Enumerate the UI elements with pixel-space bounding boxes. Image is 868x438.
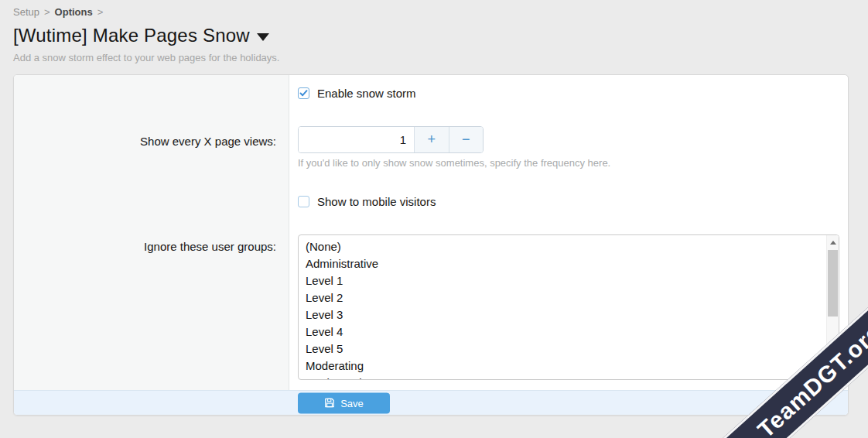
user-group-option[interactable]: Moderating — [299, 358, 826, 375]
caret-down-icon[interactable] — [257, 33, 269, 41]
minus-icon: − — [462, 132, 470, 148]
user-group-option[interactable]: Level 1 — [299, 272, 826, 289]
save-button-label: Save — [340, 397, 364, 409]
floppy-disk-icon — [324, 398, 335, 409]
frequency-input-group: + − — [298, 126, 484, 153]
enable-snow-checkbox[interactable] — [298, 87, 309, 99]
mobile-visitors-row[interactable]: Show to mobile visitors — [298, 195, 436, 208]
plus-icon: + — [427, 132, 436, 148]
decrement-button[interactable]: − — [449, 127, 484, 152]
user-group-option[interactable]: Level 5 — [299, 340, 826, 358]
increment-button[interactable]: + — [414, 127, 449, 152]
user-groups-list: (None)AdministrativeLevel 1Level 2Level … — [299, 235, 826, 379]
breadcrumb-separator: > — [97, 6, 104, 18]
page-title: [Wutime] Make Pages Snow — [13, 25, 250, 46]
user-group-option[interactable]: Level 2 — [299, 289, 826, 306]
mobile-visitors-label: Show to mobile visitors — [317, 195, 436, 208]
label-column — [14, 75, 289, 391]
frequency-label: Show every X page views: — [14, 134, 289, 149]
breadcrumb-item-options[interactable]: Options — [55, 6, 93, 18]
user-group-option[interactable]: Registered — [299, 375, 826, 379]
scroll-up-arrow-icon[interactable] — [827, 236, 839, 248]
page-description: Add a snow storm effect to your web page… — [13, 52, 279, 63]
save-footer: Save — [14, 390, 848, 415]
save-button[interactable]: Save — [298, 392, 390, 413]
breadcrumb: Setup > Options > — [13, 6, 279, 18]
user-group-option[interactable]: Level 4 — [299, 323, 826, 340]
mobile-visitors-checkbox[interactable] — [298, 196, 309, 207]
options-panel: Enable snow storm Show every X page view… — [13, 74, 849, 416]
breadcrumb-item-setup[interactable]: Setup — [13, 6, 39, 18]
checkmark-icon — [299, 89, 308, 98]
frequency-hint: If you'd like to only show snow sometime… — [298, 157, 610, 169]
user-group-option[interactable]: (None) — [299, 238, 826, 255]
page-header: Setup > Options > [Wutime] Make Pages Sn… — [13, 6, 279, 63]
scroll-down-arrow-icon[interactable] — [827, 366, 839, 378]
enable-snow-label: Enable snow storm — [317, 87, 416, 100]
scrollbar-thumb[interactable] — [828, 250, 838, 317]
user-group-option[interactable]: Level 3 — [299, 306, 826, 323]
breadcrumb-separator: > — [44, 6, 50, 18]
listbox-scrollbar[interactable] — [826, 235, 839, 379]
enable-snow-row[interactable]: Enable snow storm — [298, 87, 416, 100]
user-group-option[interactable]: Administrative — [299, 255, 826, 272]
user-groups-label: Ignore these user groups: — [14, 239, 289, 254]
frequency-input[interactable] — [299, 127, 414, 152]
user-groups-listbox[interactable]: (None)AdministrativeLevel 1Level 2Level … — [298, 234, 839, 380]
